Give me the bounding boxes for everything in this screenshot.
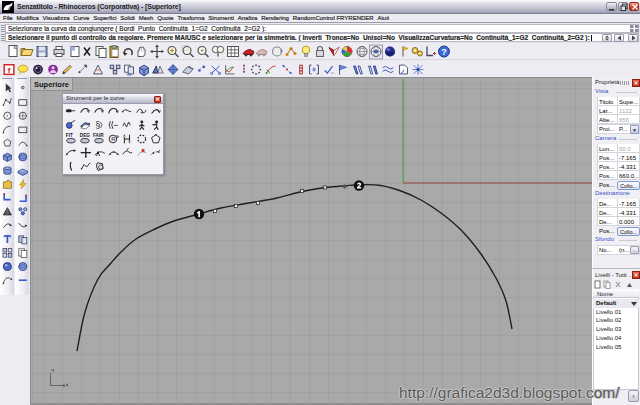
svg-text:R: R (111, 136, 116, 142)
svg-text:f: f (8, 66, 11, 75)
svg-text:§: § (96, 120, 101, 130)
svg-text:?: ? (441, 47, 447, 57)
svg-text:FAIR: FAIR (93, 133, 104, 138)
svg-text:FIT: FIT (66, 133, 73, 138)
svg-text:DEG: DEG (80, 133, 90, 138)
